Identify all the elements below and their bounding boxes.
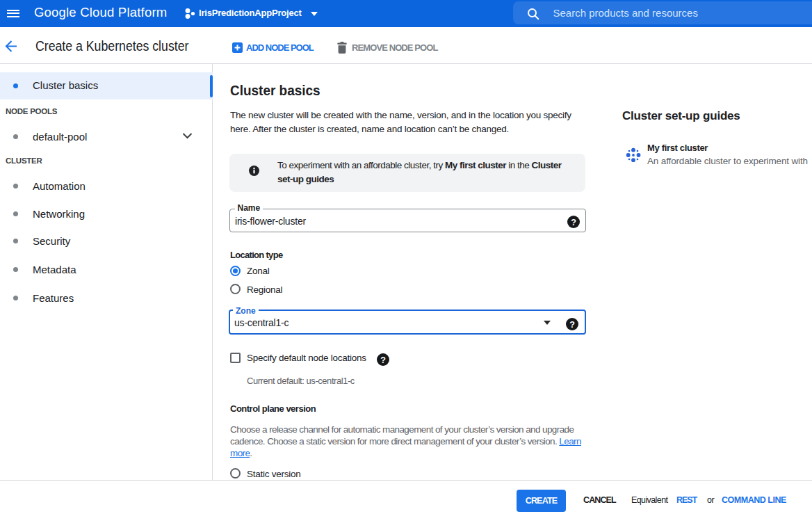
svg-text:?: ? [569,319,575,329]
svg-text:?: ? [380,355,386,364]
svg-text:?: ? [571,217,576,227]
